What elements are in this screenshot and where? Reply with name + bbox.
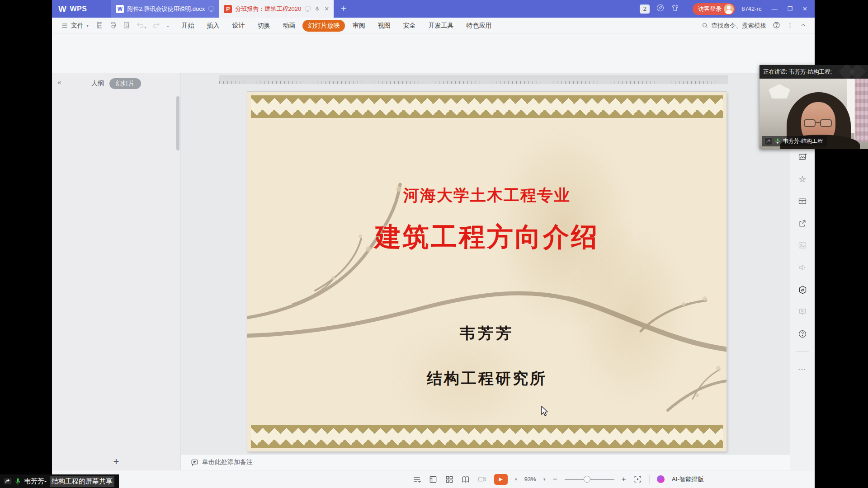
slide-author: 韦芳芳 (247, 323, 726, 344)
plus-icon: + (113, 456, 119, 468)
glasses-left-lens (804, 119, 816, 127)
save-icon[interactable] (96, 21, 104, 30)
tab-ppt-label: 分班报告：建筑工程2020 (235, 5, 301, 13)
account-name[interactable]: 8742-rc (741, 5, 761, 12)
help-circle-icon[interactable] (797, 329, 807, 339)
ppt-file-icon: P (224, 5, 232, 13)
ribbon-tab-审阅[interactable]: 审阅 (347, 20, 370, 32)
restore-button[interactable]: ❐ (787, 5, 793, 12)
mic-on-icon (775, 138, 780, 145)
monitor-icon (208, 5, 215, 12)
ai-layout-label[interactable]: AI-智能排版 (672, 475, 704, 483)
ribbon-tab-视图[interactable]: 视图 (372, 20, 396, 32)
thumbnail-list (52, 94, 180, 454)
minimize-button[interactable]: — (771, 5, 777, 12)
tab-ppt-document[interactable]: P 分班报告：建筑工程2020 ✕ (219, 0, 334, 18)
notes-bar[interactable]: 单击此处添加备注 (181, 454, 790, 470)
zoom-in-button[interactable]: + (622, 475, 626, 484)
collapse-panel-icon[interactable]: « (57, 78, 61, 86)
ribbon-tab-开发工具[interactable]: 开发工具 (423, 20, 459, 32)
file-menu-button[interactable]: 文件 ▾ (52, 22, 93, 30)
mic-green-icon (15, 478, 21, 485)
shirt-icon[interactable] (671, 4, 679, 14)
insert-picture-icon[interactable] (797, 152, 807, 162)
avatar (724, 4, 734, 14)
tab-close-icon[interactable]: ✕ (323, 5, 329, 12)
eco-leaf-badge-icon[interactable] (797, 285, 807, 295)
share-export-icon[interactable] (797, 218, 807, 228)
ribbon-tab-开始[interactable]: 开始 (176, 20, 199, 32)
ribbon-tab-切换[interactable]: 切换 (252, 20, 275, 32)
titlebar: W WPS W 附件2.腾讯会议使用说明.docx P 分班报告：建筑工程202… (52, 0, 815, 18)
wps-logo-icon: W (58, 4, 66, 13)
ribbon-tabs: 开始插入设计切换动画幻灯片放映审阅视图安全开发工具特色应用 (176, 20, 497, 32)
ribbon-tab-特色应用[interactable]: 特色应用 (461, 20, 497, 32)
slideshow-tool-icon[interactable] (797, 307, 807, 317)
screen-share-badge[interactable]: 韦芳芳-结构工程的屏幕共享 (0, 474, 119, 488)
ribbon-tab-动画[interactable]: 动画 (277, 20, 301, 32)
window-count-badge[interactable]: 2 (640, 5, 650, 14)
zoom-percent[interactable]: 93% (524, 476, 536, 483)
resource-box-icon[interactable] (797, 196, 807, 206)
statusbar-divider (649, 475, 650, 483)
slide-canvas: 河海大学土木工程专业 建筑工程方向介绍 韦芳芳 结构工程研究所 单击此处添加备注 (181, 73, 790, 470)
reading-view-icon[interactable] (461, 475, 470, 484)
ribbon-tab-插入[interactable]: 插入 (201, 20, 225, 32)
ribbon-tab-幻灯片放映[interactable]: 幻灯片放映 (302, 20, 345, 32)
tab-slides[interactable]: 幻灯片 (109, 78, 141, 89)
command-search[interactable]: 查找命令、搜索模板 (702, 22, 767, 30)
leaf-icon[interactable] (656, 4, 665, 14)
decorative-border-bottom (251, 425, 723, 448)
tab-word-label: 附件2.腾讯会议使用说明.docx (127, 5, 205, 13)
zoom-slider[interactable] (565, 479, 614, 480)
print-icon[interactable] (109, 21, 117, 30)
add-slide-button[interactable]: + (52, 454, 180, 470)
help-icon[interactable] (773, 21, 780, 30)
collapse-ribbon-icon[interactable] (800, 22, 807, 30)
play-options-caret[interactable]: ▾ (515, 477, 517, 482)
record-video-icon[interactable] (477, 474, 487, 484)
share-arrow-icon (4, 477, 12, 485)
normal-view-icon[interactable] (429, 475, 438, 484)
thumbnail-scrollbar[interactable] (176, 96, 179, 150)
slide-institute: 结构工程研究所 (247, 368, 726, 389)
slide-sorter-icon[interactable] (445, 475, 454, 484)
more-tools-icon[interactable]: ⋯ (797, 364, 807, 374)
ribbon-tab-安全[interactable]: 安全 (397, 20, 421, 32)
close-button[interactable]: ✕ (802, 5, 807, 12)
meeting-video-overlay[interactable]: 正在讲话: 韦芳芳-结构工程; 韦芳芳-结构工程 (760, 65, 868, 149)
glasses-bridge (815, 122, 821, 123)
current-slide[interactable]: 河海大学土木工程专业 建筑工程方向介绍 韦芳芳 结构工程研究所 (247, 92, 726, 451)
audio-tool-icon[interactable] (797, 263, 807, 272)
tab-outline[interactable]: 大纲 (91, 80, 104, 88)
webcam-video[interactable]: 韦芳芳-结构工程 (760, 79, 868, 149)
toolbar-more-icon[interactable]: ⌄ (166, 23, 170, 28)
new-tab-button[interactable]: + (334, 4, 354, 14)
wps-logo[interactable]: W WPS (52, 4, 93, 14)
decorative-border-top (251, 95, 723, 118)
picture-tool-icon[interactable] (797, 240, 807, 250)
fit-screen-icon[interactable] (633, 475, 642, 483)
command-search-label: 查找命令、搜索模板 (712, 22, 767, 30)
redo-icon[interactable] (152, 21, 160, 30)
zoom-out-button[interactable]: − (553, 475, 557, 484)
statusbar: ▶ ▾ 93% ▾ − + AI-智能排版 (52, 470, 815, 488)
favorites-star-icon[interactable]: ☆ (797, 174, 807, 184)
ai-layout-icon[interactable] (657, 475, 665, 483)
zoom-slider-handle[interactable] (584, 476, 590, 483)
speaking-text: 正在讲话: 韦芳芳-结构工程; (763, 68, 832, 76)
play-slideshow-button[interactable]: ▶ (494, 474, 508, 485)
more-menu-icon[interactable] (787, 22, 793, 30)
curtain (854, 79, 868, 142)
tab-word-document[interactable]: W 附件2.腾讯会议使用说明.docx (111, 0, 219, 18)
guest-login-button[interactable]: 访客登录 (693, 3, 735, 15)
zoom-caret[interactable]: ▾ (543, 477, 546, 482)
notes-toggle-icon[interactable] (412, 475, 421, 484)
ribbon-tab-设计[interactable]: 设计 (226, 20, 250, 32)
undo-icon[interactable]: ▾ (137, 21, 146, 30)
print-preview-icon[interactable] (123, 21, 131, 30)
ceiling-lamp (769, 84, 790, 99)
file-menu-label: 文件 (71, 22, 84, 30)
share-badge-name: 韦芳芳- (24, 477, 47, 486)
wps-window: W WPS W 附件2.腾讯会议使用说明.docx P 分班报告：建筑工程202… (52, 0, 815, 488)
